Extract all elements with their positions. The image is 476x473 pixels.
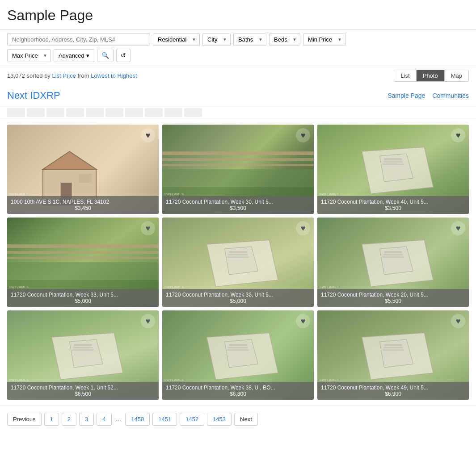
page-1451-button[interactable]: 1451	[152, 413, 177, 426]
svg-rect-6	[162, 164, 314, 166]
watermark: SWFLAMLS	[319, 285, 339, 289]
listing-info: 11720 Coconut Plantation, Week 33, Unit …	[7, 289, 159, 307]
baths-wrapper: Baths ▼	[233, 33, 266, 46]
svg-rect-38	[227, 349, 249, 351]
beds-wrapper: Beds ▼	[269, 33, 300, 46]
watermark: SWFLAMLS	[9, 378, 29, 382]
results-bar: 13,072 sorted by List Price from Lowest …	[0, 66, 476, 85]
filter-bar: Residential ▼ City ▼ Baths ▼ Beds ▼	[0, 29, 476, 66]
city-select[interactable]: City	[202, 33, 231, 46]
previous-button[interactable]: Previous	[7, 413, 42, 426]
brand-header: Next IDXRP Sample Page Communities	[0, 85, 476, 106]
baths-select[interactable]: Baths	[233, 33, 266, 46]
listing-price: $6,800	[166, 391, 310, 397]
min-price-wrapper: Min Price ▼	[303, 33, 345, 46]
listing-card[interactable]: ♥ 11720 Coconut Plantation, Week 49, Uni…	[317, 310, 469, 400]
page-title: Sample Page	[0, 0, 476, 29]
svg-rect-14	[7, 244, 159, 248]
svg-rect-7	[162, 169, 314, 187]
min-price-select[interactable]: Min Price	[303, 33, 345, 46]
svg-rect-15	[7, 251, 159, 254]
svg-rect-28	[383, 256, 404, 258]
page-1450-button[interactable]: 1450	[125, 413, 150, 426]
listing-card[interactable]: ♥ 11720 Coconut Plantation, Week 38, U ,…	[162, 310, 314, 400]
beds-select[interactable]: Beds	[269, 33, 300, 46]
reset-button[interactable]: ↺	[116, 49, 131, 62]
favorite-button[interactable]: ♥	[141, 128, 155, 142]
page-dot	[86, 108, 104, 117]
list-view-button[interactable]: List	[394, 70, 416, 81]
page-dot	[7, 108, 25, 117]
listing-address: 11720 Coconut Plantation, Week 1, Unit 5…	[11, 385, 155, 391]
svg-rect-11	[384, 158, 402, 160]
page-4-button[interactable]: 4	[97, 413, 111, 426]
svg-rect-22	[228, 254, 248, 255]
brand-title: Next IDXRP	[7, 90, 60, 101]
advanced-button[interactable]: Advanced ▾	[54, 49, 94, 62]
favorite-button[interactable]: ♥	[296, 314, 310, 328]
page-1-button[interactable]: 1	[44, 413, 59, 426]
filter-row-1: Residential ▼ City ▼ Baths ▼ Beds ▼	[7, 33, 469, 46]
listing-info: 11720 Coconut Plantation, Week 38, U , B…	[162, 382, 314, 400]
max-price-select[interactable]: Max Price	[7, 49, 51, 62]
favorite-button[interactable]: ♥	[451, 221, 465, 235]
page-dot	[46, 108, 64, 117]
page-3-button[interactable]: 3	[79, 413, 94, 426]
search-button[interactable]: 🔍	[97, 49, 114, 62]
property-type-select[interactable]: Residential	[153, 33, 200, 46]
svg-rect-3	[79, 174, 92, 183]
listing-card[interactable]: ♥ 1000 10th AVE S 1C, NAPLES, FL 34102 $…	[7, 125, 159, 214]
order-link[interactable]: Lowest to Highest	[91, 72, 137, 79]
listing-card[interactable]: ♥ 11720 Coconut Plantation, Week 20, Uni…	[317, 218, 469, 307]
listing-info: 11720 Coconut Plantation, Week 1, Unit 5…	[7, 382, 159, 400]
pagination-footer: Previous 1 2 3 4 ... 1450 1451 1452 1453…	[0, 405, 476, 433]
page-1452-button[interactable]: 1452	[180, 413, 204, 426]
listing-price: $5,000	[11, 298, 155, 304]
favorite-button[interactable]: ♥	[141, 221, 155, 235]
listing-price: $5,000	[166, 298, 310, 304]
svg-rect-17	[7, 262, 159, 280]
page-2-button[interactable]: 2	[62, 413, 76, 426]
listing-card[interactable]: ♥ 11720 Coconut Plantation, Week 1, Unit…	[7, 310, 159, 400]
listing-info: 11720 Coconut Plantation, Week 36, Unit …	[162, 289, 314, 307]
communities-link[interactable]: Communities	[432, 92, 469, 99]
listing-price: $3,450	[11, 205, 155, 211]
page-dot	[184, 108, 202, 117]
favorite-button[interactable]: ♥	[451, 314, 465, 328]
svg-rect-33	[72, 349, 94, 351]
favorite-button[interactable]: ♥	[451, 128, 465, 142]
svg-rect-23	[227, 256, 249, 258]
listing-price: $6,500	[11, 391, 155, 397]
listing-card[interactable]: ♥ 11720 Coconut Plantation, Week 30, Uni…	[162, 125, 314, 214]
svg-rect-13	[383, 163, 404, 165]
search-input[interactable]	[7, 33, 150, 46]
watermark: SWFLAMLS	[164, 378, 184, 382]
next-button[interactable]: Next	[234, 413, 258, 426]
favorite-button[interactable]: ♥	[296, 221, 310, 235]
listing-address: 11720 Coconut Plantation, Week 38, U , B…	[166, 385, 310, 391]
svg-rect-37	[228, 347, 248, 348]
photo-view-button[interactable]: Photo	[416, 70, 444, 81]
listing-card[interactable]: ♥ 11720 Coconut Plantation, Week 40, Uni…	[317, 125, 469, 214]
listing-card[interactable]: ♥ 11720 Coconut Plantation, Week 33, Uni…	[7, 218, 159, 307]
favorite-button[interactable]: ♥	[296, 128, 310, 142]
page-dot	[145, 108, 163, 117]
listings-grid: ♥ 1000 10th AVE S 1C, NAPLES, FL 34102 $…	[0, 119, 476, 405]
sort-link[interactable]: List Price	[52, 72, 76, 79]
max-price-wrapper: Max Price ▼	[7, 49, 51, 62]
favorite-button[interactable]: ♥	[141, 314, 155, 328]
map-view-button[interactable]: Map	[444, 70, 468, 81]
page-dot	[27, 108, 45, 117]
listing-address: 11720 Coconut Plantation, Week 36, Unit …	[166, 292, 310, 298]
listing-card[interactable]: ♥ 11720 Coconut Plantation, Week 36, Uni…	[162, 218, 314, 307]
listing-price: $6,900	[321, 391, 465, 397]
page-1453-button[interactable]: 1453	[207, 413, 232, 426]
sample-page-link[interactable]: Sample Page	[388, 92, 425, 99]
listing-address: 1000 10th AVE S 1C, NAPLES, FL 34102	[11, 199, 155, 205]
svg-rect-36	[229, 344, 247, 346]
listing-price: $3,500	[166, 205, 310, 211]
page-dot	[125, 108, 143, 117]
watermark: SWFLAMLS	[319, 378, 339, 382]
listing-address: 11720 Coconut Plantation, Week 33, Unit …	[11, 292, 155, 298]
listing-address: 11720 Coconut Plantation, Week 49, Unit …	[321, 385, 465, 391]
